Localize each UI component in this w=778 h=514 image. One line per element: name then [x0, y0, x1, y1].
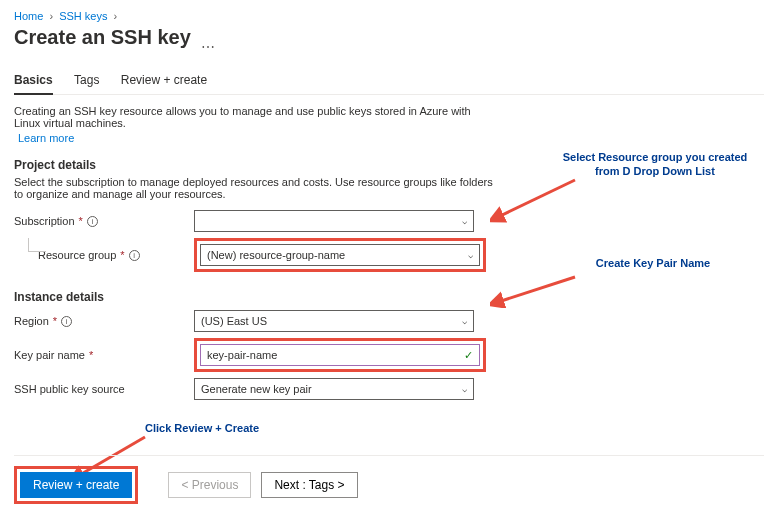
footer: Review + create < Previous Next : Tags >	[14, 455, 764, 504]
review-create-button[interactable]: Review + create	[20, 472, 132, 498]
required-asterisk: *	[53, 315, 57, 327]
chevron-down-icon: ⌵	[462, 216, 467, 226]
region-label: Region * i	[14, 315, 194, 327]
required-asterisk: *	[120, 249, 124, 261]
tab-review-create[interactable]: Review + create	[121, 67, 207, 93]
intro-text: Creating an SSH key resource allows you …	[14, 105, 494, 129]
keypair-name-label: Key pair name *	[14, 349, 194, 361]
breadcrumb-home[interactable]: Home	[14, 10, 43, 22]
annotation-rg: Select Resource group you created from D…	[555, 150, 755, 179]
chevron-down-icon: ⌵	[462, 316, 467, 326]
required-asterisk: *	[79, 215, 83, 227]
keypair-name-input[interactable]: key-pair-name ✓	[200, 344, 480, 366]
chevron-right-icon: ›	[114, 10, 118, 22]
check-icon: ✓	[464, 349, 473, 362]
required-asterisk: *	[89, 349, 93, 361]
breadcrumb: Home › SSH keys ›	[14, 10, 764, 22]
region-dropdown[interactable]: (US) East US ⌵	[194, 310, 474, 332]
info-icon[interactable]: i	[61, 316, 72, 327]
resource-group-dropdown[interactable]: (New) resource-group-name ⌵	[200, 244, 480, 266]
subscription-label: Subscription * i	[14, 215, 194, 227]
annotation-highlight: Review + create	[14, 466, 138, 504]
ssh-source-dropdown[interactable]: Generate new key pair ⌵	[194, 378, 474, 400]
more-actions-icon[interactable]: ⋯	[201, 39, 215, 55]
info-icon[interactable]: i	[129, 250, 140, 261]
learn-more-link[interactable]: Learn more	[18, 132, 74, 144]
annotation-highlight: (New) resource-group-name ⌵	[194, 238, 486, 272]
tab-tags[interactable]: Tags	[74, 67, 99, 93]
info-icon[interactable]: i	[87, 216, 98, 227]
annotation-highlight: key-pair-name ✓	[194, 338, 486, 372]
page-title: Create an SSH key	[14, 26, 191, 49]
subscription-dropdown[interactable]: ⌵	[194, 210, 474, 232]
project-details-desc: Select the subscription to manage deploy…	[14, 176, 494, 200]
previous-button: < Previous	[168, 472, 251, 498]
instance-details-title: Instance details	[14, 290, 764, 304]
next-button[interactable]: Next : Tags >	[261, 472, 357, 498]
ssh-source-label: SSH public key source	[14, 383, 194, 395]
chevron-down-icon: ⌵	[462, 384, 467, 394]
tabs: Basics Tags Review + create	[14, 67, 764, 95]
annotation-keypair: Create Key Pair Name	[573, 256, 733, 270]
breadcrumb-ssh-keys[interactable]: SSH keys	[59, 10, 107, 22]
indent-line	[28, 238, 46, 252]
annotation-review: Click Review + Create	[145, 421, 259, 435]
chevron-down-icon: ⌵	[468, 250, 473, 260]
tab-basics[interactable]: Basics	[14, 67, 53, 95]
chevron-right-icon: ›	[49, 10, 53, 22]
